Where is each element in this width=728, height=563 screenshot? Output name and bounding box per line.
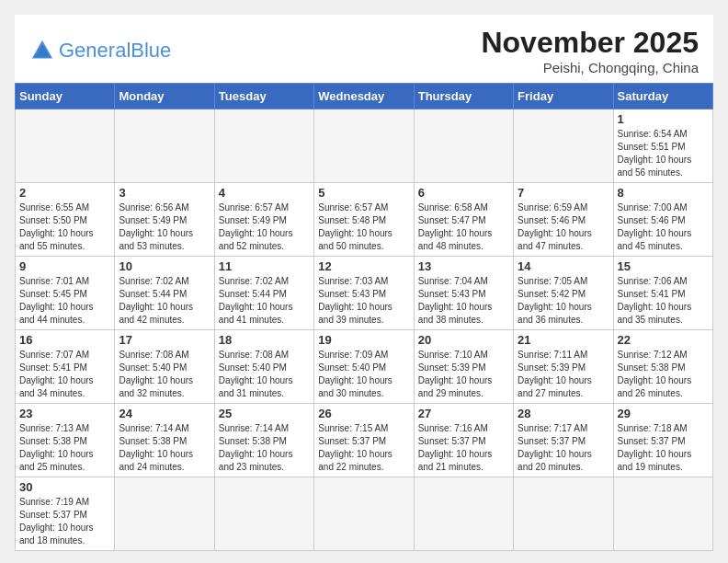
day-number: 22	[618, 333, 709, 347]
day-info: Sunrise: 6:57 AM Sunset: 5:49 PM Dayligh…	[219, 201, 310, 253]
day-number: 23	[19, 407, 110, 420]
day-number: 3	[119, 186, 210, 200]
calendar-cell: 22Sunrise: 7:12 AM Sunset: 5:38 PM Dayli…	[613, 330, 712, 404]
day-info: Sunrise: 7:10 AM Sunset: 5:39 PM Dayligh…	[418, 349, 509, 400]
day-info: Sunrise: 7:08 AM Sunset: 5:40 PM Dayligh…	[119, 349, 210, 400]
weekday-sunday: Sunday	[16, 84, 115, 109]
day-number: 14	[518, 259, 609, 273]
day-number: 25	[219, 407, 310, 420]
day-info: Sunrise: 6:59 AM Sunset: 5:46 PM Dayligh…	[518, 201, 609, 253]
day-number: 16	[19, 333, 110, 347]
calendar-cell	[613, 477, 712, 551]
calendar-cell: 17Sunrise: 7:08 AM Sunset: 5:40 PM Dayli…	[115, 330, 214, 404]
logo-icon	[29, 38, 55, 63]
day-number: 29	[618, 407, 709, 420]
day-info: Sunrise: 7:02 AM Sunset: 5:44 PM Dayligh…	[119, 275, 210, 327]
day-info: Sunrise: 7:14 AM Sunset: 5:38 PM Dayligh…	[219, 422, 310, 474]
day-info: Sunrise: 7:03 AM Sunset: 5:43 PM Dayligh…	[318, 275, 409, 327]
day-info: Sunrise: 6:55 AM Sunset: 5:50 PM Dayligh…	[19, 201, 110, 253]
day-info: Sunrise: 7:02 AM Sunset: 5:44 PM Dayligh…	[219, 275, 310, 327]
calendar-cell	[115, 109, 214, 183]
day-info: Sunrise: 7:13 AM Sunset: 5:38 PM Dayligh…	[19, 422, 110, 474]
day-number: 21	[518, 333, 609, 347]
day-info: Sunrise: 6:56 AM Sunset: 5:49 PM Dayligh…	[119, 201, 210, 253]
calendar-cell: 8Sunrise: 7:00 AM Sunset: 5:46 PM Daylig…	[613, 183, 712, 257]
calendar-cell: 1Sunrise: 6:54 AM Sunset: 5:51 PM Daylig…	[613, 109, 712, 183]
day-number: 27	[418, 407, 509, 420]
day-number: 15	[618, 259, 709, 273]
calendar-cell: 6Sunrise: 6:58 AM Sunset: 5:47 PM Daylig…	[414, 183, 513, 257]
calendar-cell	[414, 477, 513, 551]
day-info: Sunrise: 7:17 AM Sunset: 5:37 PM Dayligh…	[518, 422, 609, 474]
calendar-cell: 15Sunrise: 7:06 AM Sunset: 5:41 PM Dayli…	[613, 257, 712, 330]
page-header: GeneralBlue November 2025 Peishi, Chongq…	[15, 15, 713, 83]
day-info: Sunrise: 7:06 AM Sunset: 5:41 PM Dayligh…	[618, 275, 709, 327]
logo-general: General	[59, 39, 131, 62]
calendar-cell	[214, 109, 313, 183]
day-number: 13	[418, 259, 509, 273]
calendar-page: GeneralBlue November 2025 Peishi, Chongq…	[15, 15, 713, 551]
day-number: 17	[119, 333, 210, 347]
calendar-cell	[414, 109, 513, 183]
day-info: Sunrise: 7:14 AM Sunset: 5:38 PM Dayligh…	[119, 422, 210, 474]
weekday-header-row: SundayMondayTuesdayWednesdayThursdayFrid…	[16, 84, 713, 109]
week-row-4: 16Sunrise: 7:07 AM Sunset: 5:41 PM Dayli…	[16, 330, 713, 404]
day-info: Sunrise: 7:01 AM Sunset: 5:45 PM Dayligh…	[19, 275, 110, 327]
calendar-cell	[514, 109, 613, 183]
day-info: Sunrise: 7:09 AM Sunset: 5:40 PM Dayligh…	[318, 349, 409, 400]
day-info: Sunrise: 7:15 AM Sunset: 5:37 PM Dayligh…	[318, 422, 409, 474]
week-row-3: 9Sunrise: 7:01 AM Sunset: 5:45 PM Daylig…	[16, 257, 713, 330]
calendar-cell: 2Sunrise: 6:55 AM Sunset: 5:50 PM Daylig…	[16, 183, 115, 257]
day-number: 26	[318, 407, 409, 420]
logo: GeneralBlue	[29, 38, 171, 63]
week-row-6: 30Sunrise: 7:19 AM Sunset: 5:37 PM Dayli…	[16, 477, 713, 551]
calendar-cell: 4Sunrise: 6:57 AM Sunset: 5:49 PM Daylig…	[214, 183, 313, 257]
day-info: Sunrise: 7:07 AM Sunset: 5:41 PM Dayligh…	[19, 349, 110, 400]
day-number: 28	[518, 407, 609, 420]
calendar-cell: 21Sunrise: 7:11 AM Sunset: 5:39 PM Dayli…	[514, 330, 613, 404]
calendar-cell: 26Sunrise: 7:15 AM Sunset: 5:37 PM Dayli…	[314, 404, 414, 477]
calendar-cell: 27Sunrise: 7:16 AM Sunset: 5:37 PM Dayli…	[414, 404, 513, 477]
day-info: Sunrise: 7:04 AM Sunset: 5:43 PM Dayligh…	[418, 275, 509, 327]
day-number: 4	[219, 186, 310, 200]
weekday-thursday: Thursday	[414, 84, 513, 109]
weekday-saturday: Saturday	[613, 84, 712, 109]
weekday-friday: Friday	[514, 84, 613, 109]
day-number: 24	[119, 407, 210, 420]
day-info: Sunrise: 7:12 AM Sunset: 5:38 PM Dayligh…	[618, 349, 709, 400]
calendar-cell: 23Sunrise: 7:13 AM Sunset: 5:38 PM Dayli…	[16, 404, 115, 477]
calendar-cell: 10Sunrise: 7:02 AM Sunset: 5:44 PM Dayli…	[115, 257, 214, 330]
calendar-cell: 5Sunrise: 6:57 AM Sunset: 5:48 PM Daylig…	[314, 183, 414, 257]
calendar-cell: 25Sunrise: 7:14 AM Sunset: 5:38 PM Dayli…	[214, 404, 313, 477]
calendar-cell	[16, 109, 115, 183]
calendar-cell: 29Sunrise: 7:18 AM Sunset: 5:37 PM Dayli…	[613, 404, 712, 477]
calendar-cell	[314, 477, 414, 551]
day-number: 2	[19, 186, 110, 200]
calendar-cell: 20Sunrise: 7:10 AM Sunset: 5:39 PM Dayli…	[414, 330, 513, 404]
calendar-cell: 19Sunrise: 7:09 AM Sunset: 5:40 PM Dayli…	[314, 330, 414, 404]
day-info: Sunrise: 6:54 AM Sunset: 5:51 PM Dayligh…	[618, 128, 709, 179]
calendar-cell: 9Sunrise: 7:01 AM Sunset: 5:45 PM Daylig…	[16, 257, 115, 330]
day-info: Sunrise: 6:58 AM Sunset: 5:47 PM Dayligh…	[418, 201, 509, 253]
calendar-cell: 16Sunrise: 7:07 AM Sunset: 5:41 PM Dayli…	[16, 330, 115, 404]
day-number: 20	[418, 333, 509, 347]
week-row-5: 23Sunrise: 7:13 AM Sunset: 5:38 PM Dayli…	[16, 404, 713, 477]
day-info: Sunrise: 7:05 AM Sunset: 5:42 PM Dayligh…	[518, 275, 609, 327]
calendar-table: SundayMondayTuesdayWednesdayThursdayFrid…	[15, 83, 713, 551]
location: Peishi, Chongqing, China	[481, 60, 699, 75]
day-number: 8	[618, 186, 709, 200]
day-info: Sunrise: 7:11 AM Sunset: 5:39 PM Dayligh…	[518, 349, 609, 400]
calendar-cell: 13Sunrise: 7:04 AM Sunset: 5:43 PM Dayli…	[414, 257, 513, 330]
weekday-wednesday: Wednesday	[314, 84, 414, 109]
calendar-cell	[314, 109, 414, 183]
day-number: 12	[318, 259, 409, 273]
title-block: November 2025 Peishi, Chongqing, China	[481, 26, 699, 75]
calendar-cell	[514, 477, 613, 551]
logo-text: GeneralBlue	[59, 40, 171, 61]
day-number: 9	[19, 259, 110, 273]
day-info: Sunrise: 6:57 AM Sunset: 5:48 PM Dayligh…	[318, 201, 409, 253]
calendar-cell: 14Sunrise: 7:05 AM Sunset: 5:42 PM Dayli…	[514, 257, 613, 330]
calendar-cell	[115, 477, 214, 551]
calendar-cell: 12Sunrise: 7:03 AM Sunset: 5:43 PM Dayli…	[314, 257, 414, 330]
logo-blue: Blue	[131, 39, 171, 62]
